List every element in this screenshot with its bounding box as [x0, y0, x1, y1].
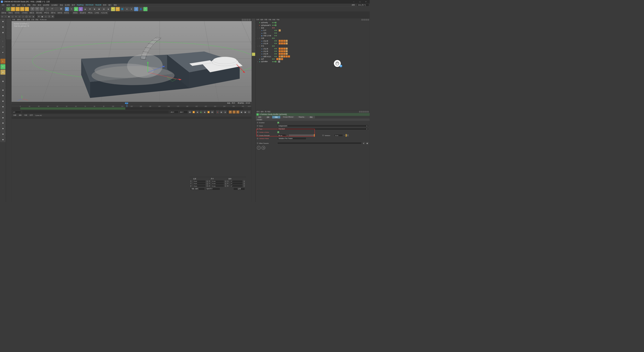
- object-tag[interactable]: [279, 55, 281, 57]
- visibility-dot[interactable]: [276, 35, 277, 36]
- expand-toggle[interactable]: –: [257, 27, 259, 29]
- menu-create[interactable]: 创建: [11, 4, 16, 6]
- field-tab[interactable]: 径向域: [14, 12, 20, 14]
- size-field[interactable]: 0 cm: [212, 180, 224, 182]
- vp-tool[interactable]: [252, 37, 255, 41]
- object-tag[interactable]: [283, 55, 285, 57]
- object-tag[interactable]: [283, 48, 285, 50]
- attr-tab-object[interactable]: 对象: [272, 116, 280, 118]
- tool-misc[interactable]: ▣: [0, 115, 6, 120]
- object-row[interactable]: ▲池子: [256, 58, 370, 60]
- tool-grid[interactable]: ▦: [0, 78, 6, 84]
- object-name[interactable]: xpExplosiaFX: [261, 24, 271, 26]
- menu-edit[interactable]: 编辑: [6, 4, 11, 6]
- menu-spline[interactable]: 样条: [32, 4, 37, 6]
- tool-polys[interactable]: ▰: [0, 50, 6, 55]
- opts-button[interactable]: ≡: [248, 110, 251, 114]
- field-tab[interactable]: 圆柱体域: [35, 12, 43, 14]
- field-tab[interactable]: 线性域: [57, 12, 63, 14]
- vp-tool[interactable]: [252, 30, 255, 33]
- object-tag[interactable]: [276, 58, 278, 60]
- menu-realflow[interactable]: RealFlow: [76, 4, 84, 6]
- object-row[interactable]: ▲柱子: [256, 29, 370, 32]
- tool-misc[interactable]: ▣: [0, 98, 6, 104]
- field-icon[interactable]: ◉: [8, 15, 11, 18]
- object-row[interactable]: ▣内部立方体: [256, 34, 370, 37]
- menu-volume[interactable]: 体积: [37, 4, 42, 6]
- tool-model[interactable]: ▣: [0, 19, 6, 24]
- field-icon[interactable]: ◯: [25, 15, 28, 18]
- object-name[interactable]: 多边形: [263, 50, 273, 52]
- window-close-button[interactable]: ✕: [363, 0, 369, 3]
- attr-tab-falloff[interactable]: 禁域: [307, 116, 315, 118]
- view-menu-item[interactable]: 过滤: [31, 19, 34, 21]
- tool-texture[interactable]: ▩: [0, 24, 6, 29]
- attr-menu[interactable]: 模式: [257, 111, 259, 113]
- tool-misc[interactable]: ▣: [0, 120, 6, 126]
- visibility-dot[interactable]: [273, 58, 275, 60]
- field-tab[interactable]: Python域: [100, 12, 108, 14]
- varmode-dropdown[interactable]: Variation Per-Frame: [277, 137, 306, 140]
- param-anim-icon[interactable]: [257, 143, 258, 144]
- enable-checkbox[interactable]: [275, 25, 276, 26]
- volume-button[interactable]: ▨: [102, 7, 106, 11]
- next-key-button[interactable]: ⏩: [207, 110, 210, 114]
- coord-apply-button[interactable]: 应用: [233, 188, 245, 190]
- size-field[interactable]: 0 cm: [212, 183, 224, 185]
- field-icon[interactable]: ♪: [21, 15, 25, 18]
- render-pv-button[interactable]: 🎥: [54, 7, 59, 11]
- attr-tab-coord[interactable]: 坐标: [264, 116, 272, 118]
- environment-button[interactable]: ◒: [83, 7, 88, 11]
- field-icon[interactable]: Σ: [48, 15, 51, 18]
- object-tag[interactable]: [279, 40, 281, 42]
- param-anim-icon[interactable]: [257, 128, 258, 130]
- tool-misc[interactable]: ▣: [0, 93, 6, 98]
- menu-help[interactable]: 帮助: [113, 4, 118, 6]
- tool-cursor[interactable]: [6, 29, 11, 32]
- effect-clear-button[interactable]: ◉: [367, 142, 369, 144]
- object-tag[interactable]: [281, 53, 283, 55]
- object-tag[interactable]: [281, 58, 283, 60]
- attr-menu[interactable]: 编辑: [261, 111, 263, 113]
- rot-field[interactable]: 0 °: [230, 183, 243, 185]
- timeline-ruler[interactable]: 0102030405060708090100110120130140150160…: [12, 105, 252, 107]
- record-button[interactable]: ●: [216, 110, 219, 114]
- param-anim-icon[interactable]: [257, 125, 258, 127]
- variation-field[interactable]: 0 cm: [334, 134, 343, 137]
- type-dropdown[interactable]: Standard▾: [277, 128, 369, 130]
- param-anim-icon[interactable]: [257, 122, 258, 123]
- menu-mesh[interactable]: 网格: [27, 4, 32, 6]
- menu-character[interactable]: 角色: [59, 4, 64, 6]
- deformer-button[interactable]: ◑: [78, 7, 83, 11]
- visibility-dot[interactable]: [274, 30, 276, 31]
- rot-field[interactable]: 0 °: [230, 180, 243, 182]
- visibility-dot[interactable]: [272, 22, 273, 23]
- spline-pen-button[interactable]: ✎: [69, 7, 74, 11]
- om-menu[interactable]: 查看: [264, 19, 267, 21]
- help-button[interactable]: ?: [257, 146, 261, 150]
- object-tag[interactable]: [279, 29, 281, 31]
- visibility-dot[interactable]: [276, 56, 277, 57]
- object-tag[interactable]: [281, 42, 283, 45]
- object-row[interactable]: ▼xpGravity: [256, 21, 370, 24]
- vp-tool[interactable]: [252, 26, 255, 30]
- or-button[interactable]: OR: [134, 7, 138, 11]
- timeline-range-field[interactable]: 250 F: [179, 111, 188, 113]
- menu-window[interactable]: 窗口: [108, 4, 113, 6]
- snap-button[interactable]: ⊗: [129, 7, 134, 11]
- object-tag[interactable]: [283, 50, 285, 52]
- view-icon[interactable]: [249, 19, 251, 21]
- effect-picker-button[interactable]: ▸: [363, 142, 365, 144]
- visibility-dot[interactable]: [276, 53, 277, 55]
- visibility-dot[interactable]: [274, 35, 276, 36]
- view-menu-item[interactable]: 摄像机: [17, 19, 21, 21]
- field-tab[interactable]: 着色器域: [79, 12, 87, 14]
- object-name[interactable]: 柱子: [263, 29, 273, 32]
- tool-points[interactable]: ⋮: [0, 39, 6, 44]
- menu-select[interactable]: 选择: [16, 4, 21, 6]
- field-icon[interactable]: ※: [37, 15, 41, 18]
- visibility-dot[interactable]: [272, 61, 273, 62]
- object-name[interactable]: xpGravity: [261, 22, 271, 24]
- more-icon[interactable]: [367, 19, 369, 21]
- object-row[interactable]: ▲多边形: [256, 39, 370, 42]
